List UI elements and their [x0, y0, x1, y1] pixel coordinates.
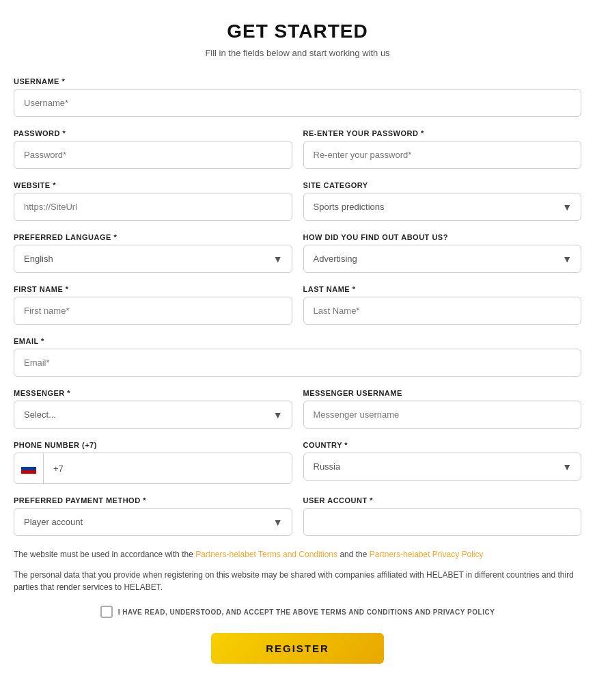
how-find-label: HOW DID YOU FIND OUT ABOUT US? [303, 233, 582, 241]
messenger-row: MESSENGER * Select... Telegram Skype Wha… [14, 389, 581, 441]
payment-method-label: PREFERRED PAYMENT METHOD * [14, 496, 292, 504]
website-label: WEBSITE * [14, 181, 292, 189]
payment-method-field-group: PREFERRED PAYMENT METHOD * Player accoun… [14, 496, 292, 536]
terms-checkbox[interactable] [100, 606, 113, 618]
language-find-row: PREFERRED LANGUAGE * English Russian Spa… [14, 233, 581, 285]
website-field-group: WEBSITE * [14, 181, 292, 221]
username-label: USERNAME * [14, 77, 581, 85]
language-field-group: PREFERRED LANGUAGE * English Russian Spa… [14, 233, 292, 273]
email-input[interactable] [14, 349, 581, 377]
russia-flag-icon [21, 463, 36, 474]
country-field-group: COUNTRY * Russia Ukraine Belarus Kazakhs… [303, 441, 582, 484]
how-find-select-wrapper: Advertising Search Engine Social Media F… [303, 245, 582, 273]
phone-row-wrapper [14, 453, 292, 484]
last-name-input[interactable] [303, 297, 582, 325]
email-label: EMAIL * [14, 337, 581, 345]
legal-text-1: The website must be used in accordance w… [14, 548, 581, 561]
terms-link[interactable]: Partners-helabet Terms and Conditions [195, 550, 337, 559]
password-label: PASSWORD * [14, 129, 292, 137]
reenter-password-input[interactable] [303, 141, 582, 169]
how-find-select[interactable]: Advertising Search Engine Social Media F… [303, 245, 582, 273]
username-field-group: USERNAME * [14, 77, 581, 117]
phone-input[interactable] [44, 455, 292, 482]
language-select[interactable]: English Russian Spanish German French [14, 245, 292, 273]
messenger-username-input[interactable] [303, 401, 582, 429]
page-title: GET STARTED [14, 21, 581, 42]
page-subtitle: Fill in the fields below and start worki… [14, 48, 581, 58]
terms-label: I HAVE READ, UNDERSTOOD, AND ACCEPT THE … [118, 608, 495, 616]
messenger-field-group: MESSENGER * Select... Telegram Skype Wha… [14, 389, 292, 429]
website-input[interactable] [14, 193, 292, 221]
privacy-link[interactable]: Partners-helabet Privacy Policy [370, 550, 484, 559]
messenger-select[interactable]: Select... Telegram Skype WhatsApp Viber [14, 401, 292, 429]
messenger-username-label: MESSENGER USERNAME [303, 389, 582, 397]
phone-country-row: PHONE NUMBER (+7) COUNTRY * Russia Ukrai… [14, 441, 581, 496]
terms-row: I HAVE READ, UNDERSTOOD, AND ACCEPT THE … [14, 606, 581, 618]
user-account-field-group: USER ACCOUNT * [303, 496, 582, 536]
first-name-field-group: FIRST NAME * [14, 285, 292, 325]
payment-method-select-wrapper: Player account Bank Transfer Cryptocurre… [14, 508, 292, 536]
how-find-field-group: HOW DID YOU FIND OUT ABOUT US? Advertisi… [303, 233, 582, 273]
payment-account-row: PREFERRED PAYMENT METHOD * Player accoun… [14, 496, 581, 548]
password-row: PASSWORD * RE-ENTER YOUR PASSWORD * [14, 129, 581, 181]
reenter-password-label: RE-ENTER YOUR PASSWORD * [303, 129, 582, 137]
last-name-label: LAST NAME * [303, 285, 582, 293]
country-select[interactable]: Russia Ukraine Belarus Kazakhstan German… [303, 453, 582, 481]
legal-text-2: The personal data that you provide when … [14, 569, 581, 593]
site-category-label: SITE CATEGORY [303, 181, 582, 189]
email-field-group: EMAIL * [14, 337, 581, 377]
phone-flag [14, 453, 44, 483]
country-select-wrapper: Russia Ukraine Belarus Kazakhstan German… [303, 453, 582, 481]
first-name-input[interactable] [14, 297, 292, 325]
site-category-field-group: SITE CATEGORY Sports predictions Casino … [303, 181, 582, 221]
language-select-wrapper: English Russian Spanish German French ▼ [14, 245, 292, 273]
payment-method-select[interactable]: Player account Bank Transfer Cryptocurre… [14, 508, 292, 536]
user-account-input[interactable] [303, 508, 582, 536]
site-category-select-wrapper: Sports predictions Casino Poker Betting … [303, 193, 582, 221]
password-field-group: PASSWORD * [14, 129, 292, 169]
reenter-password-field-group: RE-ENTER YOUR PASSWORD * [303, 129, 582, 169]
password-input[interactable] [14, 141, 292, 169]
register-button[interactable]: REGISTER [211, 633, 384, 664]
site-category-select[interactable]: Sports predictions Casino Poker Betting … [303, 193, 582, 221]
phone-field-group: PHONE NUMBER (+7) [14, 441, 292, 484]
website-category-row: WEBSITE * SITE CATEGORY Sports predictio… [14, 181, 581, 233]
messenger-username-field-group: MESSENGER USERNAME [303, 389, 582, 429]
country-label: COUNTRY * [303, 441, 582, 449]
username-input[interactable] [14, 89, 581, 117]
registration-form: GET STARTED Fill in the fields below and… [14, 21, 581, 664]
messenger-label: MESSENGER * [14, 389, 292, 397]
user-account-label: USER ACCOUNT * [303, 496, 582, 504]
last-name-field-group: LAST NAME * [303, 285, 582, 325]
phone-label: PHONE NUMBER (+7) [14, 441, 292, 449]
language-label: PREFERRED LANGUAGE * [14, 233, 292, 241]
first-name-label: FIRST NAME * [14, 285, 292, 293]
name-row: FIRST NAME * LAST NAME * [14, 285, 581, 337]
messenger-select-wrapper: Select... Telegram Skype WhatsApp Viber … [14, 401, 292, 429]
